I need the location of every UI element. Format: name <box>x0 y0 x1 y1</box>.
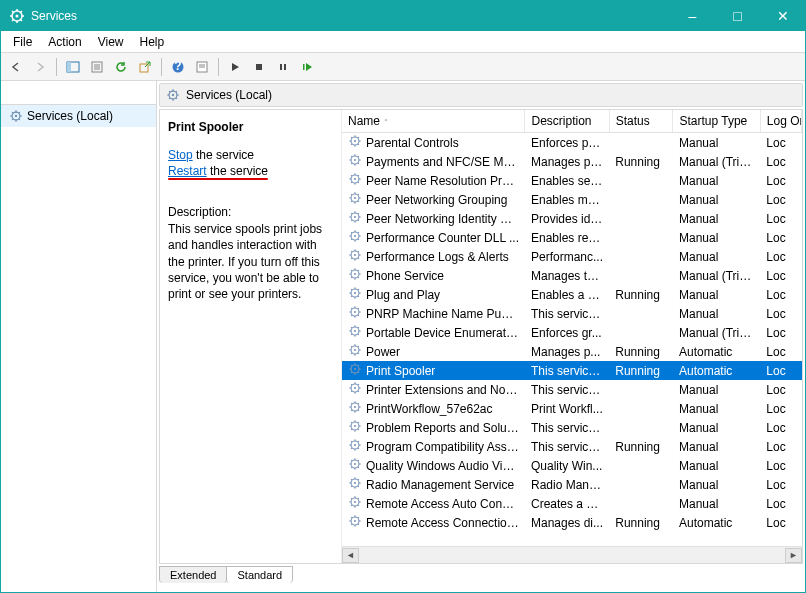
table-row[interactable]: PNRP Machine Name Publi...This service .… <box>342 304 802 323</box>
table-row[interactable]: Quality Windows Audio Vid...Quality Win.… <box>342 456 802 475</box>
svg-line-124 <box>351 277 352 278</box>
table-row[interactable]: Printer Extensions and Notif...This serv… <box>342 380 802 399</box>
service-name: Radio Management Service <box>366 478 514 492</box>
restart-link[interactable]: Restart <box>168 164 207 178</box>
scroll-right-button[interactable]: ► <box>785 548 802 563</box>
tab-extended[interactable]: Extended <box>159 566 227 583</box>
svg-line-255 <box>358 517 359 518</box>
svg-point-127 <box>354 292 356 294</box>
svg-point-67 <box>354 178 356 180</box>
svg-line-115 <box>358 251 359 252</box>
svg-line-134 <box>351 296 352 297</box>
service-status <box>609 171 673 190</box>
forward-button[interactable] <box>29 56 51 78</box>
table-row[interactable]: Payments and NFC/SE Man...Manages pa...R… <box>342 152 802 171</box>
gear-icon <box>348 248 362 265</box>
tab-standard[interactable]: Standard <box>226 566 293 583</box>
col-logon[interactable]: Log On As <box>760 110 801 133</box>
svg-line-254 <box>351 524 352 525</box>
col-startup[interactable]: Startup Type <box>673 110 760 133</box>
table-row[interactable]: Print SpoolerThis service ...RunningAuto… <box>342 361 802 380</box>
service-startup: Manual <box>673 437 760 456</box>
refresh-button[interactable] <box>110 56 132 78</box>
table-row[interactable]: Performance Logs & AlertsPerformanc...Ma… <box>342 247 802 266</box>
service-status: Running <box>609 513 673 532</box>
gear-icon <box>348 476 362 493</box>
menu-file[interactable]: File <box>5 33 40 51</box>
minimize-button[interactable]: – <box>670 1 715 31</box>
table-row[interactable]: Parental ControlsEnforces pa...ManualLoc <box>342 133 802 153</box>
table-row[interactable]: Peer Networking GroupingEnables mul...Ma… <box>342 190 802 209</box>
close-button[interactable]: ✕ <box>760 1 805 31</box>
service-description: Creates a co... <box>525 494 609 513</box>
service-list[interactable]: Name˄ Description Status Startup Type Lo… <box>342 110 802 546</box>
stop-link[interactable]: Stop <box>168 148 193 162</box>
col-name[interactable]: Name˄ <box>342 110 525 133</box>
service-name: Peer Networking Grouping <box>366 193 507 207</box>
col-description[interactable]: Description <box>525 110 609 133</box>
table-row[interactable]: Radio Management ServiceRadio Mana...Man… <box>342 475 802 494</box>
svg-line-144 <box>351 315 352 316</box>
menu-action[interactable]: Action <box>40 33 89 51</box>
gear-icon <box>348 457 362 474</box>
help-button[interactable]: ? <box>167 56 189 78</box>
svg-line-135 <box>358 289 359 290</box>
service-logon: Loc <box>760 209 801 228</box>
svg-point-1 <box>16 15 19 18</box>
table-row[interactable]: Peer Networking Identity M...Provides id… <box>342 209 802 228</box>
table-row[interactable]: Performance Counter DLL ...Enables rem..… <box>342 228 802 247</box>
table-row[interactable]: Problem Reports and Soluti...This servic… <box>342 418 802 437</box>
service-startup: Manual <box>673 228 760 247</box>
table-row[interactable]: PrintWorkflow_57e62acPrint Workfl...Manu… <box>342 399 802 418</box>
service-logon: Loc <box>760 133 801 153</box>
restart-service-button[interactable] <box>296 56 318 78</box>
svg-rect-25 <box>303 64 305 70</box>
table-row[interactable]: Program Compatibility Assi...This servic… <box>342 437 802 456</box>
svg-line-205 <box>358 422 359 423</box>
table-row[interactable]: Plug and PlayEnables a c...RunningManual… <box>342 285 802 304</box>
svg-line-203 <box>358 429 359 430</box>
col-status[interactable]: Status <box>609 110 673 133</box>
selected-service-name: Print Spooler <box>168 120 333 134</box>
table-row[interactable]: Portable Device Enumerator...Enforces gr… <box>342 323 802 342</box>
service-status <box>609 304 673 323</box>
svg-line-133 <box>358 296 359 297</box>
svg-line-145 <box>358 308 359 309</box>
properties-button[interactable] <box>86 56 108 78</box>
table-row[interactable]: Peer Name Resolution Prot...Enables serv… <box>342 171 802 190</box>
pause-service-button[interactable] <box>272 56 294 78</box>
scroll-left-button[interactable]: ◄ <box>342 548 359 563</box>
svg-point-77 <box>354 197 356 199</box>
svg-line-33 <box>19 119 20 120</box>
service-status: Running <box>609 361 673 380</box>
table-row[interactable]: PowerManages p...RunningAutomaticLoc <box>342 342 802 361</box>
service-name: Performance Counter DLL ... <box>366 231 519 245</box>
tree-item-services-local[interactable]: Services (Local) <box>1 105 156 127</box>
service-name: Printer Extensions and Notif... <box>366 383 519 397</box>
show-hide-tree-button[interactable] <box>62 56 84 78</box>
maximize-button[interactable]: □ <box>715 1 760 31</box>
service-description: Radio Mana... <box>525 475 609 494</box>
start-service-button[interactable] <box>224 56 246 78</box>
description-block: Description: This service spools print j… <box>168 204 333 302</box>
svg-line-9 <box>21 11 23 13</box>
back-button[interactable] <box>5 56 27 78</box>
menu-view[interactable]: View <box>90 33 132 51</box>
table-row[interactable]: Phone ServiceManages th...Manual (Trig..… <box>342 266 802 285</box>
toolbar-properties-button[interactable] <box>191 56 213 78</box>
service-startup: Automatic <box>673 342 760 361</box>
table-row[interactable]: Remote Access Auto Conne...Creates a co.… <box>342 494 802 513</box>
menu-help[interactable]: Help <box>132 33 173 51</box>
svg-line-32 <box>12 112 13 113</box>
horizontal-scrollbar[interactable]: ◄ ► <box>342 546 802 563</box>
svg-line-45 <box>176 91 177 92</box>
table-row[interactable]: Remote Access Connection...Manages di...… <box>342 513 802 532</box>
service-logon: Loc <box>760 228 801 247</box>
stop-service-button[interactable] <box>248 56 270 78</box>
gear-icon <box>348 229 362 246</box>
svg-line-123 <box>358 277 359 278</box>
export-button[interactable] <box>134 56 156 78</box>
service-description: Quality Win... <box>525 456 609 475</box>
service-status <box>609 456 673 475</box>
svg-line-75 <box>358 175 359 176</box>
